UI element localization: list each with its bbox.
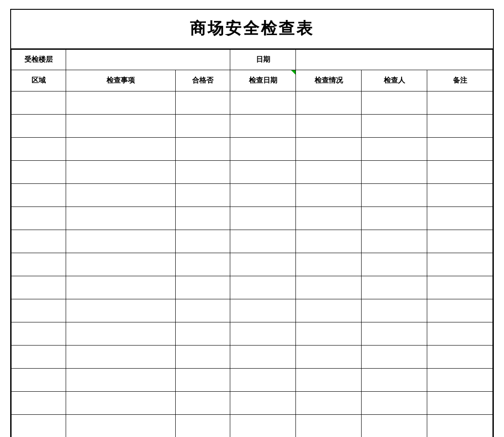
header-inspector: 检查人	[362, 70, 427, 91]
header-qualified: 合格否	[175, 70, 230, 91]
table-row	[12, 276, 493, 299]
table-row	[12, 207, 493, 230]
table-row	[12, 299, 493, 322]
header-area: 区域	[12, 70, 66, 91]
table-row	[12, 115, 493, 138]
header-check-date: 检查日期	[230, 70, 296, 91]
table-row	[12, 253, 493, 276]
inspection-table: 受检楼层 日期 区域 检查事项 合格否 检查日期 检查情况 检查人 备注	[11, 49, 493, 437]
table-row	[12, 91, 493, 115]
table-row	[12, 184, 493, 207]
document-title: 商场安全检查表	[11, 10, 493, 49]
table-row	[12, 415, 493, 437]
document-container: 商场安全检查表 受检楼层 日期 区域 检查事项 合格否 检查日期	[10, 9, 494, 437]
floor-value	[66, 50, 230, 70]
floor-label: 受检楼层	[12, 50, 66, 70]
date-value	[296, 50, 493, 70]
table-row	[12, 346, 493, 369]
table-row	[12, 230, 493, 253]
table-row	[12, 322, 493, 346]
date-label: 日期	[230, 50, 296, 70]
header-remark: 备注	[427, 70, 493, 91]
meta-row: 受检楼层 日期	[12, 50, 493, 70]
table-row	[12, 392, 493, 415]
header-situation: 检查情况	[296, 70, 362, 91]
table-row	[12, 369, 493, 392]
header-row: 区域 检查事项 合格否 检查日期 检查情况 检查人 备注	[12, 70, 493, 91]
table-row	[12, 138, 493, 161]
header-items: 检查事项	[66, 70, 176, 91]
table-row	[12, 161, 493, 184]
